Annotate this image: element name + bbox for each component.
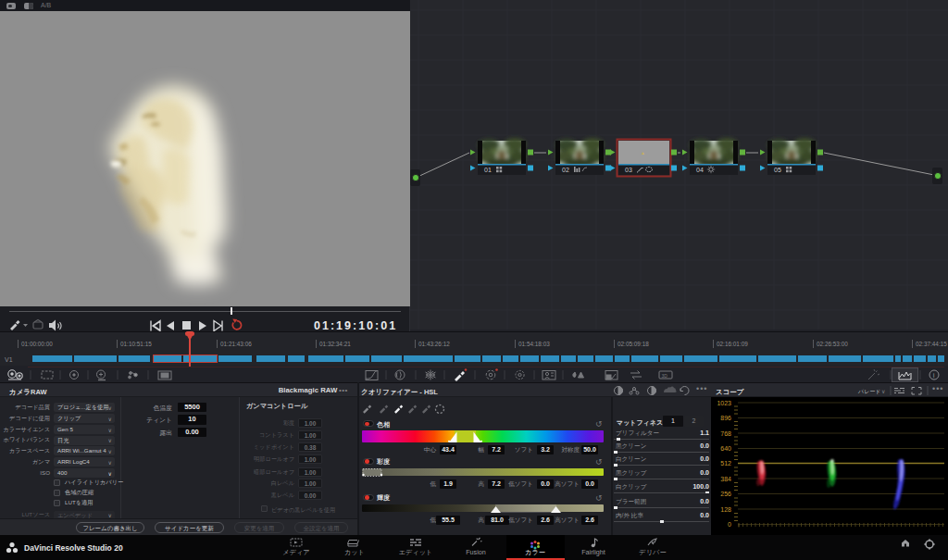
svg-text:Fusion: Fusion — [466, 548, 486, 556]
svg-text:i: i — [933, 371, 935, 380]
svg-text:•••: ••• — [932, 384, 943, 393]
svg-text:DaVinci Resolve Studio 20: DaVinci Resolve Studio 20 — [24, 543, 123, 553]
svg-text:896: 896 — [720, 415, 731, 421]
svg-text:512: 512 — [720, 460, 731, 467]
svg-text:05: 05 — [774, 167, 781, 173]
svg-text:768: 768 — [720, 430, 731, 437]
svg-text:01:19:10:01: 01:19:10:01 — [314, 319, 397, 331]
svg-text:1023: 1023 — [717, 400, 731, 406]
svg-text:•••: ••• — [696, 384, 707, 393]
svg-text:02: 02 — [562, 167, 569, 173]
svg-text:01: 01 — [484, 167, 492, 173]
svg-text:カラー: カラー — [525, 548, 545, 556]
svg-text:256: 256 — [720, 491, 731, 497]
svg-text:640: 640 — [720, 445, 731, 452]
svg-text:メディア: メディア — [282, 548, 309, 556]
svg-text:3D: 3D — [662, 373, 668, 379]
svg-text:エディット: エディット — [399, 548, 433, 556]
svg-text:0: 0 — [728, 521, 731, 528]
svg-text:Fairlight: Fairlight — [581, 548, 605, 556]
svg-text:カット: カット — [344, 548, 365, 556]
svg-text:128: 128 — [720, 506, 731, 513]
svg-text:▲: ▲ — [641, 150, 645, 156]
svg-text:03: 03 — [625, 167, 632, 173]
svg-text:デリバー: デリバー — [639, 548, 666, 556]
svg-text:384: 384 — [720, 476, 731, 482]
svg-text:04: 04 — [696, 167, 704, 173]
